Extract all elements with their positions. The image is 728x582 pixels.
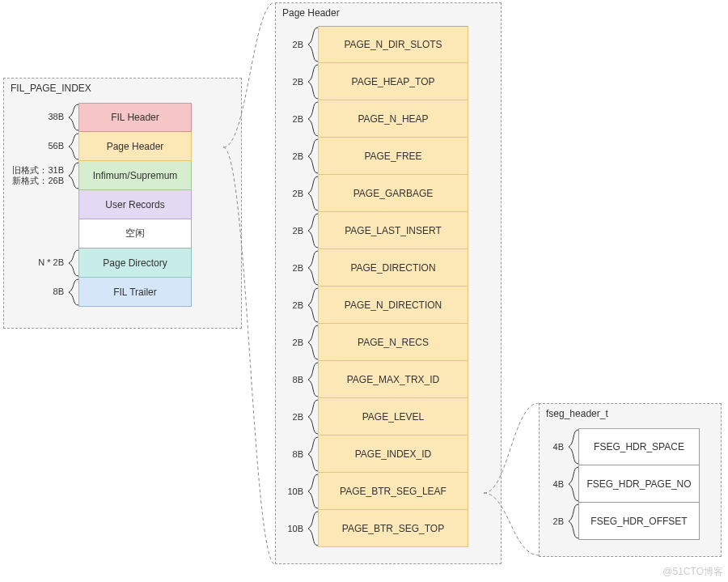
size-label: 10B xyxy=(284,486,308,496)
page-header-row: 10B PAGE_BTR_SEG_TOP xyxy=(284,510,468,547)
page-header-row: 10B PAGE_BTR_SEG_LEAF xyxy=(284,473,468,510)
fseg-header-title: fseg_header_t xyxy=(546,408,608,419)
fseg-field: FSEG_HDR_PAGE_NO xyxy=(578,465,700,503)
page-header-row: 2B PAGE_GARBAGE xyxy=(284,175,468,212)
connector-page-header xyxy=(223,2,277,567)
page-header-row: 2B PAGE_N_DIRECTION xyxy=(284,287,468,324)
brace-icon xyxy=(308,398,318,435)
page-header-stack: 2B PAGE_N_DIR_SLOTS2B PAGE_HEAP_TOP2B PA… xyxy=(284,26,468,547)
fil-row: User Records xyxy=(12,190,192,219)
size-label: 4B xyxy=(548,442,569,452)
fseg-row: 4B FSEG_HDR_SPACE xyxy=(548,428,700,465)
page-header-row: 2B PAGE_LAST_INSERT xyxy=(284,212,468,249)
fil-page-index-title: FIL_PAGE_INDEX xyxy=(11,83,91,94)
page-header-row: 2B PAGE_DIRECTION xyxy=(284,249,468,287)
fseg-row: 4B FSEG_HDR_PAGE_NO xyxy=(548,465,700,503)
brace-icon xyxy=(69,132,78,161)
fseg-header-stack: 4B FSEG_HDR_SPACE4B FSEG_HDR_PAGE_NO2B F… xyxy=(548,428,700,540)
brace-icon xyxy=(69,161,78,190)
page-header-field: PAGE_N_RECS xyxy=(318,324,468,361)
fil-row: 38B FIL Header xyxy=(12,103,192,132)
size-label: 10B xyxy=(284,524,308,533)
page-header-field: PAGE_HEAP_TOP xyxy=(318,63,468,100)
brace-icon xyxy=(69,278,78,307)
brace-icon xyxy=(308,249,318,287)
brace-icon xyxy=(569,428,578,465)
page-header-field: PAGE_LAST_INSERT xyxy=(318,212,468,249)
page-header-field: PAGE_BTR_SEG_TOP xyxy=(318,510,468,547)
brace-icon xyxy=(308,287,318,324)
brace-icon xyxy=(69,190,78,219)
size-label: 旧格式：31B 新格式：26B xyxy=(12,165,69,186)
brace-icon xyxy=(308,138,318,175)
size-label: 2B xyxy=(548,516,569,526)
fil-cell: FIL Header xyxy=(78,103,192,132)
fil-cell: User Records xyxy=(78,190,192,219)
size-label: 2B xyxy=(284,189,308,198)
watermark: @51CTO博客 xyxy=(662,565,723,579)
fil-row: 旧格式：31B 新格式：26B Infimum/Supremum xyxy=(12,161,192,190)
page-header-row: 2B PAGE_N_RECS xyxy=(284,324,468,361)
size-label: 2B xyxy=(284,338,308,347)
size-label: 38B xyxy=(12,112,69,122)
fil-cell: 空闲 xyxy=(78,219,192,249)
size-label: 8B xyxy=(12,287,69,297)
page-header-field: PAGE_GARBAGE xyxy=(318,175,468,212)
page-header-row: 8B PAGE_INDEX_ID xyxy=(284,435,468,473)
brace-icon xyxy=(308,100,318,138)
size-label: 4B xyxy=(548,479,569,489)
fil-row: N * 2B Page Directory xyxy=(12,249,192,278)
size-label: N * 2B xyxy=(12,257,69,268)
brace-icon xyxy=(69,249,78,278)
fseg-field: FSEG_HDR_SPACE xyxy=(578,428,700,465)
brace-icon xyxy=(308,361,318,398)
size-label: 2B xyxy=(284,77,308,87)
page-header-field: PAGE_FREE xyxy=(318,138,468,175)
page-header-row: 2B PAGE_HEAP_TOP xyxy=(284,63,468,100)
fil-page-index-group: FIL_PAGE_INDEX 38B FIL Header56B Page He… xyxy=(3,78,242,329)
size-label: 2B xyxy=(284,263,308,273)
size-label: 2B xyxy=(284,40,308,49)
brace-icon xyxy=(308,63,318,100)
size-label: 56B xyxy=(12,141,69,151)
brace-icon xyxy=(308,324,318,361)
fil-row: 56B Page Header xyxy=(12,132,192,161)
fil-row: 空闲 xyxy=(12,219,192,249)
page-header-field: PAGE_N_DIR_SLOTS xyxy=(318,26,468,63)
page-header-group: Page Header 2B PAGE_N_DIR_SLOTS2B PAGE_H… xyxy=(275,2,502,564)
brace-icon xyxy=(308,26,318,63)
brace-icon xyxy=(569,465,578,503)
page-header-field: PAGE_LEVEL xyxy=(318,398,468,435)
brace-icon xyxy=(69,219,78,249)
page-header-row: 2B PAGE_N_HEAP xyxy=(284,100,468,138)
connector-fseg-header xyxy=(484,403,540,557)
brace-icon xyxy=(308,435,318,473)
brace-icon xyxy=(308,510,318,547)
page-header-row: 2B PAGE_LEVEL xyxy=(284,398,468,435)
size-label: 2B xyxy=(284,114,308,124)
brace-icon xyxy=(569,503,578,540)
fil-cell: Page Directory xyxy=(78,249,192,278)
fseg-row: 2B FSEG_HDR_OFFSET xyxy=(548,503,700,540)
page-header-row: 2B PAGE_FREE xyxy=(284,138,468,175)
page-header-field: PAGE_INDEX_ID xyxy=(318,435,468,473)
page-header-field: PAGE_BTR_SEG_LEAF xyxy=(318,473,468,510)
brace-icon xyxy=(308,175,318,212)
page-header-field: PAGE_MAX_TRX_ID xyxy=(318,361,468,398)
fil-cell: FIL Trailer xyxy=(78,278,192,307)
fil-row: 8B FIL Trailer xyxy=(12,278,192,307)
brace-icon xyxy=(69,103,78,132)
fseg-field: FSEG_HDR_OFFSET xyxy=(578,503,700,540)
page-header-row: 8B PAGE_MAX_TRX_ID xyxy=(284,361,468,398)
page-header-row: 2B PAGE_N_DIR_SLOTS xyxy=(284,26,468,63)
page-header-field: PAGE_N_HEAP xyxy=(318,100,468,138)
fil-cell: Infimum/Supremum xyxy=(78,161,192,190)
size-label: 2B xyxy=(284,226,308,236)
size-label: 8B xyxy=(284,375,308,384)
page-header-field: PAGE_DIRECTION xyxy=(318,249,468,287)
size-label: 8B xyxy=(284,449,308,459)
size-label: 2B xyxy=(284,412,308,422)
page-header-field: PAGE_N_DIRECTION xyxy=(318,287,468,324)
brace-icon xyxy=(308,212,318,249)
fil-cell: Page Header xyxy=(78,132,192,161)
